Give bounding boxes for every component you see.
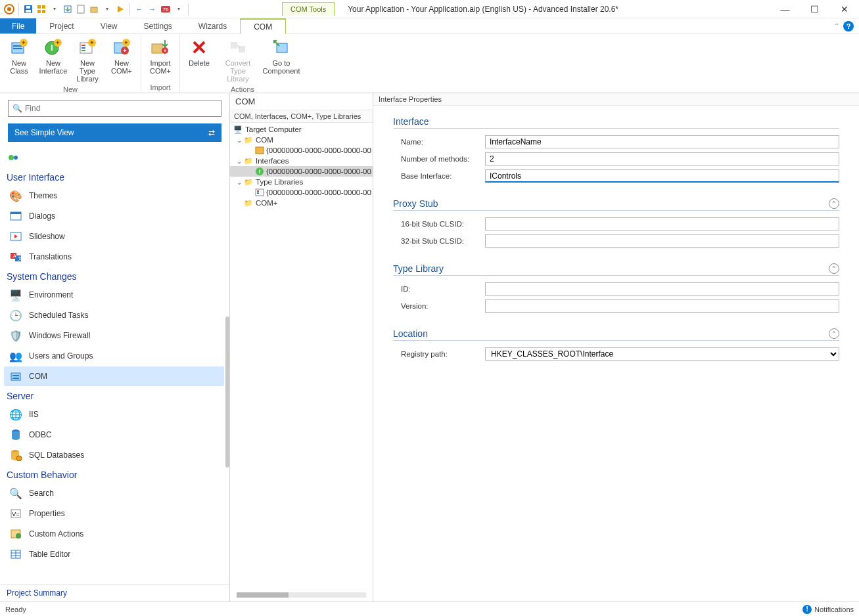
- section-label: Proxy Stub: [393, 198, 438, 209]
- folder-icon: 📁: [243, 177, 254, 187]
- name-input[interactable]: [485, 135, 839, 148]
- tree-type-libraries-node[interactable]: ⌄ 📁 Type Libraries: [230, 177, 373, 187]
- tree-typelib-guid[interactable]: {00000000-0000-0000-0000-00: [230, 187, 373, 198]
- stub16-input[interactable]: [485, 217, 839, 231]
- tab-com[interactable]: COM: [240, 18, 286, 34]
- nav-label: Properties: [29, 509, 65, 518]
- collapse-icon[interactable]: ⌃: [829, 263, 839, 274]
- tab-view[interactable]: View: [87, 18, 131, 33]
- tab-settings[interactable]: Settings: [131, 18, 185, 33]
- svg-point-58: [16, 533, 21, 539]
- dialogs-icon: [9, 209, 22, 223]
- caret-down-icon[interactable]: ⌄: [235, 179, 243, 186]
- tree-interface-guid[interactable]: i {00000000-0000-0000-0000-00: [230, 166, 373, 177]
- save-icon[interactable]: [23, 4, 34, 14]
- dropdown-caret-icon[interactable]: ▾: [49, 4, 60, 14]
- qat-separator: [188, 3, 189, 15]
- ribbon: ✦ New Class I✦ New Interface ✦ New Type …: [0, 34, 859, 93]
- delete-icon: [189, 37, 210, 58]
- nav-item-translations[interactable]: A文Translations: [4, 247, 224, 267]
- registry-select[interactable]: HKEY_CLASSES_ROOT\Interface: [485, 347, 839, 361]
- svg-text:+: +: [123, 47, 126, 54]
- help-icon[interactable]: ?: [843, 21, 854, 32]
- back-icon[interactable]: ←: [134, 4, 145, 14]
- new-interface-button[interactable]: I✦ New Interface: [37, 35, 70, 84]
- nav-item-search[interactable]: 🔍Search: [4, 483, 224, 503]
- nav-item-firewall[interactable]: 🛡️Windows Firewall: [4, 326, 224, 345]
- svg-rect-6: [42, 5, 45, 9]
- nav-list: User Interface 🎨Themes Dialogs Slideshow…: [0, 144, 229, 584]
- nav-item-themes[interactable]: 🎨Themes: [4, 186, 224, 206]
- minimize-button[interactable]: —: [770, 0, 800, 18]
- nav-item-partial[interactable]: [4, 148, 224, 167]
- maximize-button[interactable]: ☐: [800, 0, 829, 18]
- tab-project[interactable]: Project: [36, 18, 87, 33]
- collapse-icon[interactable]: ⌃: [829, 328, 839, 339]
- nav-item-scheduled-tasks[interactable]: 🕒Scheduled Tasks: [4, 305, 224, 325]
- nav-label: ODBC: [29, 430, 52, 439]
- nav-item-properties[interactable]: V=Properties: [4, 504, 224, 523]
- tab-wizards[interactable]: Wizards: [185, 18, 240, 33]
- new-type-library-button[interactable]: ✦ New Type Library: [71, 35, 104, 84]
- ribbon-label: Convert Type Library: [220, 59, 256, 83]
- translations-icon: A文: [9, 250, 22, 263]
- qat-customize-icon[interactable]: ▾: [174, 4, 184, 14]
- num-methods-input[interactable]: [485, 152, 839, 165]
- nav-item-custom-actions[interactable]: Custom Actions: [4, 524, 224, 544]
- type-library-icon: ✦: [77, 37, 98, 58]
- nav-item-com[interactable]: COM: [4, 366, 224, 386]
- nav-item-users-groups[interactable]: 👥Users and Groups: [4, 346, 224, 366]
- scrollbar-thumb[interactable]: [225, 317, 229, 468]
- ribbon-label: New Class: [10, 59, 28, 75]
- svg-text:文: 文: [18, 256, 22, 261]
- import-com-plus-button[interactable]: + Import COM+: [144, 35, 177, 82]
- nav-item-iis[interactable]: 🌐IIS: [4, 405, 224, 424]
- base-interface-input[interactable]: [485, 169, 839, 183]
- grid-icon[interactable]: [36, 4, 47, 14]
- badge-icon[interactable]: 76: [160, 4, 171, 14]
- dropdown-caret-icon[interactable]: ▾: [102, 4, 112, 14]
- collapse-icon[interactable]: ⌃: [829, 198, 839, 209]
- close-button[interactable]: ✕: [829, 0, 859, 18]
- tree-com-node[interactable]: ⌄ 📁 COM: [230, 135, 373, 145]
- new-com-plus-button[interactable]: +✦ New COM+: [105, 35, 138, 84]
- nav-item-odbc[interactable]: ODBC: [4, 425, 224, 445]
- tree-com-plus-node[interactable]: 📁 COM+: [230, 198, 373, 208]
- tree-com-guid[interactable]: {00000000-0000-0000-0000-00: [230, 145, 373, 156]
- tab-file[interactable]: File: [0, 18, 36, 33]
- import-icon[interactable]: [62, 4, 73, 14]
- caret-down-icon[interactable]: ⌄: [235, 137, 243, 144]
- notification-icon[interactable]: !: [802, 605, 812, 614]
- caret-down-icon[interactable]: ⌄: [235, 158, 243, 165]
- main-area: 🔍 See Simple View ⇄ User Interface 🎨Them…: [0, 93, 859, 602]
- ribbon-label: Import COM+: [150, 59, 171, 75]
- tree-label: Type Libraries: [256, 178, 303, 186]
- go-to-component-button[interactable]: Go to Component: [260, 35, 302, 84]
- simple-view-button[interactable]: See Simple View ⇄: [8, 123, 221, 142]
- find-input[interactable]: [22, 102, 217, 114]
- com-icon: [9, 370, 22, 383]
- tl-id-input[interactable]: [485, 282, 839, 296]
- find-box[interactable]: 🔍: [8, 100, 221, 117]
- page-icon[interactable]: [76, 4, 86, 14]
- nav-item-slideshow[interactable]: Slideshow: [4, 227, 224, 246]
- delete-button[interactable]: Delete: [183, 35, 216, 84]
- nav-item-environment[interactable]: 🖥️Environment: [4, 285, 224, 305]
- collapse-ribbon-icon[interactable]: ⌃: [834, 22, 839, 30]
- package-icon[interactable]: [89, 4, 99, 14]
- svg-rect-34: [152, 44, 162, 53]
- horizontal-scrollbar[interactable]: [237, 592, 366, 598]
- nav-item-dialogs[interactable]: Dialogs: [4, 206, 224, 226]
- tree-label: COM+: [256, 199, 278, 207]
- tree-target-computer[interactable]: 🖥️ Target Computer: [230, 124, 373, 135]
- project-summary-link[interactable]: Project Summary: [0, 584, 229, 602]
- tree-interfaces-node[interactable]: ⌄ 📁 Interfaces: [230, 156, 373, 166]
- nav-item-table-editor[interactable]: Table Editor: [4, 544, 224, 564]
- new-class-button[interactable]: ✦ New Class: [3, 35, 35, 84]
- notifications-label[interactable]: Notifications: [814, 605, 854, 613]
- nav-item-sql[interactable]: SQL Databases: [4, 445, 224, 465]
- stub32-input[interactable]: [485, 234, 839, 248]
- forward-icon[interactable]: →: [147, 4, 158, 14]
- play-icon[interactable]: [115, 4, 126, 14]
- tl-version-input[interactable]: [485, 299, 839, 313]
